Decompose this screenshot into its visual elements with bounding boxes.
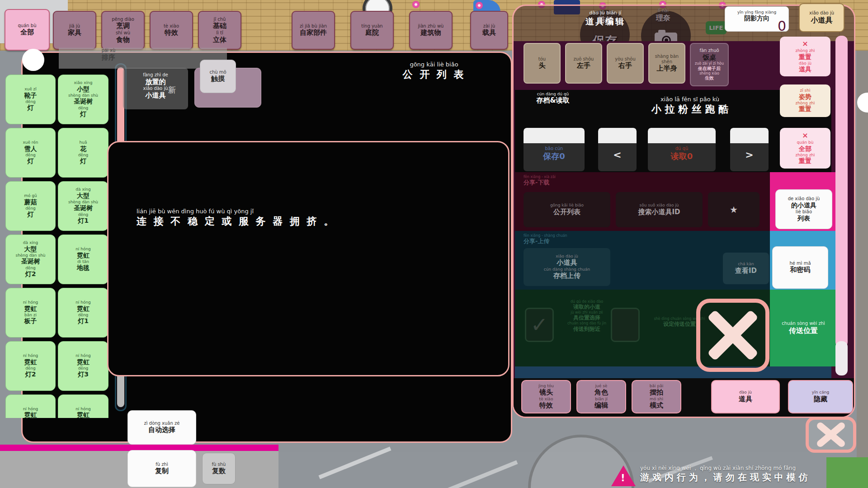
tab-effects[interactable]: tè xiào特效: [150, 11, 193, 50]
list-item-neon-light-1[interactable]: ní hóng霓虹 dēng灯1: [58, 288, 108, 338]
shadow-direction-box[interactable]: yīn yǐng fāng xiàng 阴影方向 0: [725, 6, 789, 32]
tab-furniture[interactable]: jiā jù家具: [53, 11, 96, 50]
upload-archive-button[interactable]: xiǎo dào jù小道具 cún dàng shàng chuán存档上传: [524, 248, 610, 286]
tab-all[interactable]: quán bù全部: [5, 9, 50, 51]
shadow-direction-value: 0: [778, 18, 786, 34]
list-item-big-xmas-tree-light-1[interactable]: dà xíng大型 shèng dàn shù圣诞树 dēng灯1: [58, 181, 108, 231]
list-item-mushroom-light[interactable]: mó gū蘑菇 dēng灯: [5, 181, 56, 231]
view-id-button[interactable]: chá kàn查看ID: [723, 253, 769, 284]
load-slot-button[interactable]: dú qǔ读取0: [648, 128, 716, 171]
password-button[interactable]: hé mì mǎ和密码: [772, 246, 828, 289]
tab-garden[interactable]: tíng yuàn庭院: [350, 11, 394, 50]
list-item-neon-board[interactable]: ní hóng霓虹 bǎn zi板子: [5, 288, 56, 338]
next-slot-button[interactable]: >: [730, 128, 769, 171]
tab-hide-ui[interactable]: yǐn cáng隐藏: [788, 380, 853, 413]
slot-cap: [730, 128, 769, 143]
attach-right-hand-button[interactable]: yòu shǒu右手: [607, 43, 644, 84]
attach-upper-body-button[interactable]: shàng bàn shēn上半身: [648, 43, 685, 84]
teleport-nearby-checkbox[interactable]: ✓: [525, 308, 554, 342]
reset-pose-button[interactable]: zī shì姿势 zhòng zhì重置: [780, 84, 830, 117]
flower-icon: [476, 2, 483, 9]
list-item-boot-light[interactable]: xuē zǐ靴子 dēng灯: [5, 75, 56, 124]
tab-props-selected[interactable]: dào jù道具: [711, 380, 780, 413]
list-item-flower-light[interactable]: huā花 dēng灯: [58, 128, 108, 178]
attach-head-button[interactable]: tóu头: [524, 43, 561, 84]
prop-item-list: xuē zǐ靴子 dēng灯 xiǎo xíng小型 shèng dàn shù…: [4, 72, 115, 418]
copy-button[interactable]: fù zhì复制: [127, 450, 196, 487]
plural-button[interactable]: fù shù复数: [202, 453, 236, 484]
list-item-neon-light-2[interactable]: ní hóng霓虹 dēng灯2: [5, 341, 56, 391]
download-section-label: fēn xiǎng - xià zǎi 分享-下载: [524, 175, 573, 186]
small-props-tag[interactable]: xiǎo dào jù小道具: [799, 3, 844, 32]
set-teleport-checkbox[interactable]: [611, 308, 640, 342]
map-title: xiǎo lā fěn sī pǎo kù 小 拉 粉 丝 跑 酷: [622, 96, 758, 115]
list-item-neon-light-3[interactable]: ní hóng霓虹 dēng灯3: [58, 341, 108, 391]
slot-cap: [524, 128, 585, 143]
archive-label: cún dàng dú qǔ 存档&读取: [524, 92, 582, 105]
panel-scrollbar[interactable]: [835, 36, 848, 347]
panel-scrollbar-end[interactable]: [835, 341, 848, 375]
tab-house-parts[interactable]: zì jiā bù jiàn自家部件: [292, 11, 335, 50]
panel-close-button[interactable]: [806, 417, 856, 453]
tab-pose-mode[interactable]: bǎi pāi摆拍 mó shì模式: [632, 380, 681, 413]
joystick-dot[interactable]: [22, 49, 44, 71]
tab-cooking-food[interactable]: pēng diào烹调 shí wù食物: [101, 11, 145, 50]
tab-vehicles[interactable]: zài jù载具: [470, 11, 508, 50]
reset-all-button[interactable]: × quán bù全部 zhòng zhì重置: [780, 128, 830, 169]
new-tag: 新: [168, 85, 176, 95]
tab-camera-effects[interactable]: jìng tóu镜头 tè xiào特效: [521, 380, 571, 413]
dialog-message: lián jiē bù wěn dìng huò fú wù qì yōng j…: [137, 208, 426, 227]
public-list-button[interactable]: gōng kāi liè biǎo公开列表: [524, 192, 610, 227]
prop-editor-panel: dào jù biān jí 道具编辑 tóu头 zuǒ shǒu左手 yòu …: [512, 5, 855, 418]
slot-cap: [648, 128, 716, 143]
upload-section-label: fēn xiǎng - shàng chuán 分享-上传: [524, 234, 578, 245]
list-item-neon-carpet[interactable]: ní hóng霓虹 dì tǎn地毯: [58, 235, 108, 284]
public-list-title: gōng kāi liè biǎo 公 开 列 表: [382, 61, 486, 80]
touch-button[interactable]: chù mō触摸: [200, 60, 236, 93]
game-screen: quán bù全部 jiā jù家具 pēng diào烹调 shí wù食物 …: [0, 0, 868, 488]
teleport-close-button[interactable]: [696, 299, 769, 372]
reset-prop-button[interactable]: × zhòng zhì重置 dào jù道具: [780, 37, 830, 76]
list-item-small-xmas-tree-light[interactable]: xiǎo xíng小型 shèng dàn shù圣诞树 dēng灯: [58, 75, 108, 124]
message-dialog: lián jiē bù wěn dìng huò fú wù qì yōng j…: [107, 141, 509, 376]
save-slot-button[interactable]: bǎo cún保存0: [524, 128, 585, 171]
teleport-position-block[interactable]: chuán sòng wèi zhì传送位置: [770, 290, 837, 366]
slot-cap: [598, 128, 637, 143]
list-item-snowman-light[interactable]: xuě rén雪人 dēng灯: [5, 128, 56, 178]
favorites-star-button[interactable]: ★: [708, 192, 760, 227]
star-icon: ★: [730, 204, 738, 215]
list-item-big-xmas-tree-light-2[interactable]: dà xíng大型 shèng dàn shù圣诞树 dēng灯2: [5, 235, 56, 284]
prev-slot-button[interactable]: <: [598, 128, 637, 171]
search-prop-id-button[interactable]: sōu suǒ xiǎo dào jù搜索小道具ID: [616, 192, 703, 227]
list-item-neon-partial[interactable]: ní hóng霓虹: [5, 394, 56, 418]
navy-strip: [515, 366, 831, 378]
placed-props-tab[interactable]: fàng zhì de放置的 xiǎo dào jù小道具 新: [123, 68, 188, 109]
list-item-neon-partial[interactable]: ní hóng霓虹: [58, 394, 108, 418]
dining-table-button[interactable]: fàn zhuō 饭桌 zuò zài yǐ zi hòu 坐在椅子后 shēn…: [690, 43, 729, 86]
check-icon: ✓: [531, 313, 548, 337]
tab-character-edit[interactable]: jué sè角色 biān jí编辑: [576, 380, 626, 413]
flower-icon: [412, 1, 420, 8]
sort-label[interactable]: pái xù排序: [90, 48, 127, 61]
warning-bang: !: [621, 473, 625, 483]
teleport-nearby-label: dú qǔ de xiǎo dào读取的小道 jù wèi zhì xuǎn z…: [558, 300, 615, 333]
warning-icon: !: [611, 465, 636, 486]
auto-select-button[interactable]: zì dòng xuǎn zé自动选择: [127, 410, 196, 445]
my-prop-list-button[interactable]: de xiǎo dào jù的小道具 liè biǎo列表: [775, 189, 832, 229]
disclaimer-text: yóu xì nèi xíng wéi ， qǐng wù zài xiàn s…: [640, 465, 857, 483]
attach-left-hand-button[interactable]: zuǒ shǒu左手: [565, 43, 602, 84]
panel-title: dào jù biān jí 道具编辑: [571, 10, 639, 27]
tab-basic-solids[interactable]: jī chǔ基础 lì tǐ立体: [198, 11, 241, 50]
tab-buildings[interactable]: jiàn zhù wù建筑物: [409, 11, 453, 50]
